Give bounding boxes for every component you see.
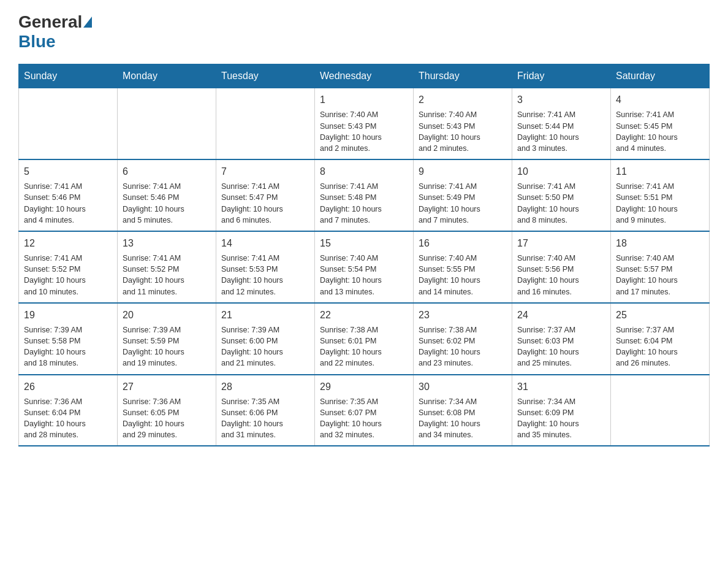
day-number: 31 (517, 380, 605, 394)
calendar-week-row: 12Sunrise: 7:41 AM Sunset: 5:52 PM Dayli… (19, 231, 710, 303)
calendar-cell: 9Sunrise: 7:41 AM Sunset: 5:49 PM Daylig… (414, 159, 512, 231)
day-info: Sunrise: 7:37 AM Sunset: 6:03 PM Dayligh… (517, 324, 605, 369)
day-info: Sunrise: 7:41 AM Sunset: 5:49 PM Dayligh… (419, 181, 507, 226)
calendar-cell: 21Sunrise: 7:39 AM Sunset: 6:00 PM Dayli… (216, 303, 315, 375)
day-number: 28 (221, 380, 309, 394)
day-number: 20 (123, 308, 211, 322)
day-info: Sunrise: 7:41 AM Sunset: 5:45 PM Dayligh… (616, 109, 704, 154)
calendar-cell: 18Sunrise: 7:40 AM Sunset: 5:57 PM Dayli… (611, 231, 710, 303)
day-info: Sunrise: 7:41 AM Sunset: 5:53 PM Dayligh… (221, 253, 309, 297)
day-number: 19 (24, 308, 112, 322)
day-of-week-header: Wednesday (315, 64, 414, 88)
day-info: Sunrise: 7:37 AM Sunset: 6:04 PM Dayligh… (616, 324, 704, 369)
calendar-cell: 13Sunrise: 7:41 AM Sunset: 5:52 PM Dayli… (118, 231, 216, 303)
calendar-cell (118, 88, 216, 159)
calendar-cell: 30Sunrise: 7:34 AM Sunset: 6:08 PM Dayli… (414, 375, 512, 446)
day-info: Sunrise: 7:41 AM Sunset: 5:48 PM Dayligh… (320, 181, 408, 226)
day-info: Sunrise: 7:41 AM Sunset: 5:51 PM Dayligh… (616, 181, 704, 226)
day-number: 4 (616, 93, 704, 107)
calendar-cell: 6Sunrise: 7:41 AM Sunset: 5:46 PM Daylig… (118, 159, 216, 231)
day-number: 8 (320, 165, 408, 178)
day-number: 14 (221, 237, 309, 250)
day-number: 21 (221, 308, 309, 322)
calendar-cell (19, 88, 118, 159)
day-info: Sunrise: 7:40 AM Sunset: 5:54 PM Dayligh… (320, 253, 408, 297)
calendar-cell: 25Sunrise: 7:37 AM Sunset: 6:04 PM Dayli… (611, 303, 710, 375)
day-info: Sunrise: 7:38 AM Sunset: 6:02 PM Dayligh… (419, 324, 507, 369)
day-header-row: SundayMondayTuesdayWednesdayThursdayFrid… (19, 64, 710, 88)
day-info: Sunrise: 7:41 AM Sunset: 5:46 PM Dayligh… (24, 181, 112, 226)
calendar-cell: 19Sunrise: 7:39 AM Sunset: 5:58 PM Dayli… (19, 303, 118, 375)
calendar-cell: 28Sunrise: 7:35 AM Sunset: 6:06 PM Dayli… (216, 375, 315, 446)
day-of-week-header: Tuesday (216, 64, 315, 88)
calendar-cell: 20Sunrise: 7:39 AM Sunset: 5:59 PM Dayli… (118, 303, 216, 375)
day-number: 2 (419, 93, 507, 107)
day-number: 16 (419, 237, 507, 250)
day-number: 27 (123, 380, 211, 394)
day-number: 3 (517, 93, 605, 107)
calendar-cell: 29Sunrise: 7:35 AM Sunset: 6:07 PM Dayli… (315, 375, 414, 446)
day-of-week-header: Thursday (414, 64, 512, 88)
calendar-week-row: 1Sunrise: 7:40 AM Sunset: 5:43 PM Daylig… (19, 88, 710, 159)
day-info: Sunrise: 7:41 AM Sunset: 5:50 PM Dayligh… (517, 181, 605, 226)
calendar-cell (216, 88, 315, 159)
day-info: Sunrise: 7:40 AM Sunset: 5:43 PM Dayligh… (320, 109, 408, 154)
day-number: 7 (221, 165, 309, 178)
page-header: General Blue (18, 12, 710, 52)
day-info: Sunrise: 7:34 AM Sunset: 6:08 PM Dayligh… (419, 396, 507, 441)
calendar-cell: 16Sunrise: 7:40 AM Sunset: 5:55 PM Dayli… (414, 231, 512, 303)
calendar-cell: 22Sunrise: 7:38 AM Sunset: 6:01 PM Dayli… (315, 303, 414, 375)
calendar-week-row: 5Sunrise: 7:41 AM Sunset: 5:46 PM Daylig… (19, 159, 710, 231)
day-of-week-header: Saturday (611, 64, 710, 88)
day-info: Sunrise: 7:39 AM Sunset: 5:58 PM Dayligh… (24, 324, 112, 369)
day-info: Sunrise: 7:41 AM Sunset: 5:44 PM Dayligh… (517, 109, 605, 154)
day-of-week-header: Friday (512, 64, 611, 88)
day-number: 1 (320, 93, 408, 107)
calendar-cell: 17Sunrise: 7:40 AM Sunset: 5:56 PM Dayli… (512, 231, 611, 303)
day-number: 23 (419, 308, 507, 322)
logo: General Blue (18, 12, 93, 52)
calendar-cell: 15Sunrise: 7:40 AM Sunset: 5:54 PM Dayli… (315, 231, 414, 303)
day-number: 25 (616, 308, 704, 322)
calendar-cell: 27Sunrise: 7:36 AM Sunset: 6:05 PM Dayli… (118, 375, 216, 446)
calendar-cell: 5Sunrise: 7:41 AM Sunset: 5:46 PM Daylig… (19, 159, 118, 231)
day-number: 30 (419, 380, 507, 394)
calendar-cell: 31Sunrise: 7:34 AM Sunset: 6:09 PM Dayli… (512, 375, 611, 446)
calendar-cell: 26Sunrise: 7:36 AM Sunset: 6:04 PM Dayli… (19, 375, 118, 446)
logo-triangle-icon (83, 17, 92, 28)
day-info: Sunrise: 7:41 AM Sunset: 5:46 PM Dayligh… (123, 181, 211, 226)
day-number: 26 (24, 380, 112, 394)
calendar-week-row: 19Sunrise: 7:39 AM Sunset: 5:58 PM Dayli… (19, 303, 710, 375)
calendar-table: SundayMondayTuesdayWednesdayThursdayFrid… (18, 64, 710, 446)
calendar-week-row: 26Sunrise: 7:36 AM Sunset: 6:04 PM Dayli… (19, 375, 710, 446)
calendar-cell: 24Sunrise: 7:37 AM Sunset: 6:03 PM Dayli… (512, 303, 611, 375)
day-number: 9 (419, 165, 507, 178)
calendar-cell: 1Sunrise: 7:40 AM Sunset: 5:43 PM Daylig… (315, 88, 414, 159)
calendar-cell: 11Sunrise: 7:41 AM Sunset: 5:51 PM Dayli… (611, 159, 710, 231)
day-info: Sunrise: 7:38 AM Sunset: 6:01 PM Dayligh… (320, 324, 408, 369)
calendar-cell: 10Sunrise: 7:41 AM Sunset: 5:50 PM Dayli… (512, 159, 611, 231)
day-number: 22 (320, 308, 408, 322)
day-info: Sunrise: 7:41 AM Sunset: 5:52 PM Dayligh… (24, 253, 112, 297)
calendar-cell: 12Sunrise: 7:41 AM Sunset: 5:52 PM Dayli… (19, 231, 118, 303)
day-number: 13 (123, 237, 211, 250)
day-info: Sunrise: 7:41 AM Sunset: 5:47 PM Dayligh… (221, 181, 309, 226)
logo-general-text: General (18, 12, 82, 32)
day-of-week-header: Sunday (19, 64, 118, 88)
day-info: Sunrise: 7:35 AM Sunset: 6:07 PM Dayligh… (320, 396, 408, 441)
day-info: Sunrise: 7:34 AM Sunset: 6:09 PM Dayligh… (517, 396, 605, 441)
day-info: Sunrise: 7:36 AM Sunset: 6:04 PM Dayligh… (24, 396, 112, 441)
calendar-cell: 8Sunrise: 7:41 AM Sunset: 5:48 PM Daylig… (315, 159, 414, 231)
day-number: 11 (616, 165, 704, 178)
calendar-cell: 7Sunrise: 7:41 AM Sunset: 5:47 PM Daylig… (216, 159, 315, 231)
day-number: 5 (24, 165, 112, 178)
calendar-cell: 14Sunrise: 7:41 AM Sunset: 5:53 PM Dayli… (216, 231, 315, 303)
day-info: Sunrise: 7:41 AM Sunset: 5:52 PM Dayligh… (123, 253, 211, 297)
day-info: Sunrise: 7:36 AM Sunset: 6:05 PM Dayligh… (123, 396, 211, 441)
day-info: Sunrise: 7:39 AM Sunset: 6:00 PM Dayligh… (221, 324, 309, 369)
day-info: Sunrise: 7:35 AM Sunset: 6:06 PM Dayligh… (221, 396, 309, 441)
day-number: 18 (616, 237, 704, 250)
day-number: 17 (517, 237, 605, 250)
calendar-cell: 3Sunrise: 7:41 AM Sunset: 5:44 PM Daylig… (512, 88, 611, 159)
calendar-cell (611, 375, 710, 446)
